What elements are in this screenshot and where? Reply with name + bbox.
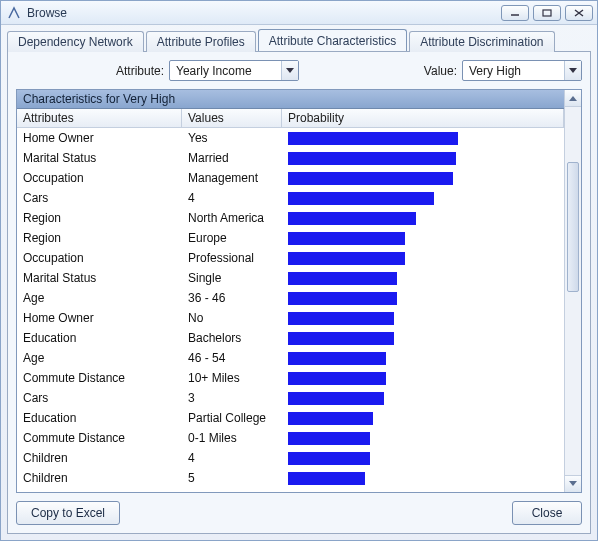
scroll-down-button[interactable]: [565, 475, 581, 492]
table-row[interactable]: RegionEurope: [17, 228, 564, 248]
table-row[interactable]: Home OwnerYes: [17, 128, 564, 148]
cell-attribute: Commute Distance: [17, 371, 182, 385]
probability-bar: [288, 192, 434, 205]
table-row[interactable]: Cars4: [17, 188, 564, 208]
cell-attribute: Occupation: [17, 251, 182, 265]
table-row[interactable]: Age36 - 46: [17, 288, 564, 308]
table-row[interactable]: Commute Distance0-1 Miles: [17, 428, 564, 448]
table-row[interactable]: OccupationProfessional: [17, 248, 564, 268]
maximize-button[interactable]: [533, 5, 561, 21]
cell-value: 4: [182, 191, 282, 205]
cell-value: Married: [182, 151, 282, 165]
window-title: Browse: [27, 6, 497, 20]
table-row[interactable]: Cars3: [17, 388, 564, 408]
cell-attribute: Education: [17, 411, 182, 425]
column-header-attributes[interactable]: Attributes: [17, 109, 182, 127]
copy-to-excel-button[interactable]: Copy to Excel: [16, 501, 120, 525]
probability-bar: [288, 392, 384, 405]
table-row[interactable]: RegionNorth America: [17, 208, 564, 228]
cell-probability: [282, 292, 564, 305]
tab-attribute-characteristics[interactable]: Attribute Characteristics: [258, 29, 407, 51]
cell-attribute: Occupation: [17, 171, 182, 185]
cell-value: Europe: [182, 231, 282, 245]
scrollbar-track[interactable]: [565, 107, 581, 475]
cell-value: Single: [182, 271, 282, 285]
probability-bar: [288, 152, 456, 165]
close-window-button[interactable]: [565, 5, 593, 21]
tab-dependency-network[interactable]: Dependency Network: [7, 31, 144, 52]
cell-value: Bachelors: [182, 331, 282, 345]
cell-value: Professional: [182, 251, 282, 265]
probability-bar: [288, 172, 453, 185]
close-icon: [574, 9, 584, 17]
cell-probability: [282, 312, 564, 325]
chevron-down-icon: [569, 481, 577, 487]
table-row[interactable]: Children5: [17, 468, 564, 488]
cell-probability: [282, 152, 564, 165]
cell-probability: [282, 352, 564, 365]
table-row[interactable]: Children4: [17, 448, 564, 468]
cell-probability: [282, 472, 564, 485]
minimize-button[interactable]: [501, 5, 529, 21]
probability-bar: [288, 332, 394, 345]
cell-attribute: Children: [17, 451, 182, 465]
probability-bar: [288, 252, 405, 265]
client-area: Dependency Network Attribute Profiles At…: [1, 25, 597, 540]
scroll-up-button[interactable]: [565, 90, 581, 107]
chevron-down-icon: [564, 61, 581, 80]
table-row[interactable]: Marital StatusMarried: [17, 148, 564, 168]
cell-value: 5: [182, 471, 282, 485]
grid-body: Home OwnerYesMarital StatusMarriedOccupa…: [17, 128, 564, 492]
cell-attribute: Marital Status: [17, 271, 182, 285]
probability-bar: [288, 412, 373, 425]
vertical-scrollbar[interactable]: [564, 90, 581, 492]
scrollbar-thumb[interactable]: [567, 162, 579, 292]
titlebar: Browse: [1, 1, 597, 25]
cell-value: 3: [182, 391, 282, 405]
cell-probability: [282, 332, 564, 345]
cell-attribute: Home Owner: [17, 131, 182, 145]
footer: Copy to Excel Close: [16, 501, 582, 525]
attribute-label: Attribute:: [116, 64, 164, 78]
value-dropdown[interactable]: Very High: [462, 60, 582, 81]
minimize-icon: [510, 9, 520, 17]
probability-bar: [288, 312, 394, 325]
cell-attribute: Cars: [17, 391, 182, 405]
browse-window: Browse Dependency Network Attribute Prof…: [0, 0, 598, 541]
cell-value: Management: [182, 171, 282, 185]
tabpanel-attribute-characteristics: Attribute: Yearly Income Value: Very Hig…: [7, 51, 591, 534]
cell-probability: [282, 432, 564, 445]
table-row[interactable]: Home OwnerNo: [17, 308, 564, 328]
column-header-probability[interactable]: Probability: [282, 109, 564, 127]
cell-attribute: Marital Status: [17, 151, 182, 165]
cell-attribute: Region: [17, 211, 182, 225]
probability-bar: [288, 432, 370, 445]
probability-bar: [288, 212, 416, 225]
close-button[interactable]: Close: [512, 501, 582, 525]
table-row[interactable]: EducationBachelors: [17, 328, 564, 348]
cell-probability: [282, 272, 564, 285]
characteristics-grid: Characteristics for Very High Attributes…: [16, 89, 582, 493]
table-row[interactable]: Commute Distance10+ Miles: [17, 368, 564, 388]
cell-probability: [282, 412, 564, 425]
table-row[interactable]: Age46 - 54: [17, 348, 564, 368]
cell-probability: [282, 452, 564, 465]
cell-attribute: Age: [17, 291, 182, 305]
controls-row: Attribute: Yearly Income Value: Very Hig…: [16, 60, 582, 81]
attribute-dropdown-value: Yearly Income: [170, 64, 281, 78]
cell-value: 0-1 Miles: [182, 431, 282, 445]
probability-bar: [288, 232, 405, 245]
tab-attribute-discrimination[interactable]: Attribute Discrimination: [409, 31, 554, 52]
tab-attribute-profiles[interactable]: Attribute Profiles: [146, 31, 256, 52]
attribute-dropdown[interactable]: Yearly Income: [169, 60, 299, 81]
table-row[interactable]: Marital StatusSingle: [17, 268, 564, 288]
table-row[interactable]: OccupationManagement: [17, 168, 564, 188]
cell-probability: [282, 232, 564, 245]
cell-probability: [282, 192, 564, 205]
cell-attribute: Home Owner: [17, 311, 182, 325]
cell-probability: [282, 212, 564, 225]
cell-attribute: Region: [17, 231, 182, 245]
probability-bar: [288, 132, 458, 145]
column-header-values[interactable]: Values: [182, 109, 282, 127]
table-row[interactable]: EducationPartial College: [17, 408, 564, 428]
